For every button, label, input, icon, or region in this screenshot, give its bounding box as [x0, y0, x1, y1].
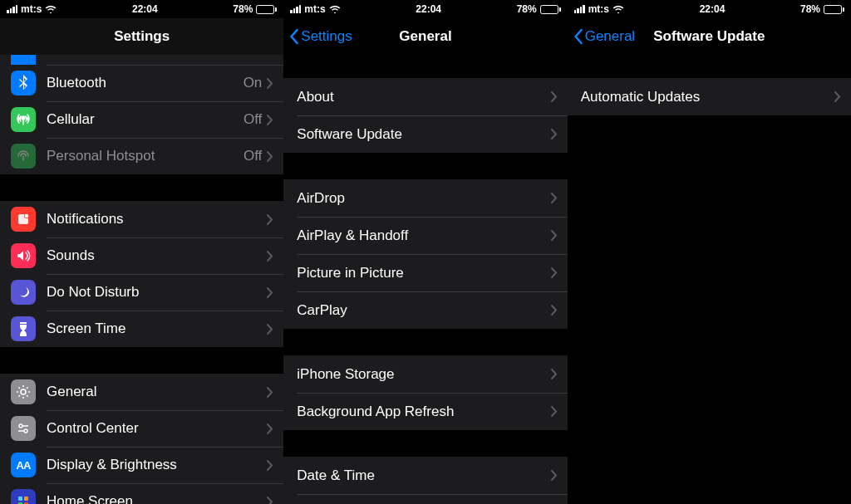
sounds-icon	[11, 243, 36, 268]
chevron-right-icon	[267, 287, 273, 298]
chevron-right-icon	[267, 497, 273, 505]
row-label: Background App Refresh	[297, 404, 550, 420]
row-label: Personal Hotspot	[47, 148, 243, 164]
battery-icon	[540, 5, 561, 14]
row-label: About	[297, 89, 550, 105]
settings-row-screentime[interactable]: Screen Time	[0, 311, 283, 347]
general-row-airdrop[interactable]: AirDrop	[283, 179, 567, 217]
chevron-right-icon	[551, 193, 558, 203]
back-button[interactable]: General	[568, 28, 635, 45]
row-label: Picture in Picture	[297, 265, 550, 281]
battery-pct: 78%	[233, 3, 253, 15]
page-title: Settings	[0, 28, 283, 45]
general-row-storage[interactable]: iPhone Storage	[283, 355, 567, 393]
general-row-software-update[interactable]: Software Update	[283, 115, 567, 153]
chevron-left-icon	[288, 28, 299, 45]
settings-row-homescreen[interactable]: Home Screen	[0, 483, 283, 504]
nav-bar: General Software Update	[568, 18, 851, 55]
chevron-right-icon	[551, 470, 558, 481]
general-row-bgrefresh[interactable]: Background App Refresh	[283, 393, 567, 430]
general-row-keyboard[interactable]: Keyboard	[283, 494, 567, 504]
clock: 22:04	[700, 3, 726, 15]
general-row-airplay[interactable]: AirPlay & Handoff	[283, 217, 567, 254]
carrier-label: mt:s	[21, 3, 42, 15]
row-label: Software Update	[297, 126, 550, 143]
row-label: iPhone Storage	[297, 366, 550, 383]
chevron-right-icon	[267, 324, 273, 335]
settings-row-controlcenter[interactable]: Control Center	[0, 410, 283, 447]
status-bar: mt:s 22:04 78%	[568, 0, 851, 18]
status-bar: mt:s 22:04 78%	[0, 0, 283, 18]
row-label: Do Not Disturb	[47, 284, 267, 301]
general-row-datetime[interactable]: Date & Time	[283, 457, 567, 494]
controlcenter-icon	[11, 416, 36, 441]
homescreen-icon	[11, 489, 36, 504]
battery-icon	[824, 5, 844, 14]
screen-software-update: mt:s 22:04 78% General Software Update A…	[568, 0, 851, 504]
settings-row-hotspot[interactable]: Personal Hotspot Off	[0, 138, 283, 174]
general-row-carplay[interactable]: CarPlay	[283, 291, 567, 329]
row-label: Automatic Updates	[581, 89, 834, 105]
settings-row-bluetooth[interactable]: Bluetooth On	[0, 65, 283, 101]
chevron-right-icon	[267, 251, 273, 262]
chevron-right-icon	[267, 115, 273, 125]
row-value: Off	[243, 148, 262, 164]
clock: 22:04	[132, 3, 158, 15]
screen-general: mt:s 22:04 78% Settings General About So…	[283, 0, 567, 504]
general-row-about[interactable]: About	[283, 78, 567, 115]
chevron-right-icon	[267, 151, 273, 162]
svg-point-4	[19, 424, 22, 428]
chevron-right-icon	[551, 129, 558, 139]
settings-list[interactable]: Bluetooth On Cellular Off Personal Hotsp…	[0, 55, 283, 504]
back-button[interactable]: Settings	[283, 28, 352, 45]
chevron-right-icon	[267, 460, 273, 471]
settings-row-general[interactable]: General	[0, 374, 283, 410]
carrier-label: mt:s	[304, 3, 325, 15]
chevron-right-icon	[267, 423, 273, 434]
bluetooth-icon	[11, 71, 36, 95]
row-value: On	[243, 75, 263, 91]
signal-icon	[7, 5, 17, 13]
wifi-icon	[329, 5, 341, 13]
app-icon	[11, 55, 36, 65]
row-label: Control Center	[47, 420, 267, 437]
nav-bar: Settings General	[283, 18, 567, 55]
row-value: Off	[243, 111, 262, 128]
update-list[interactable]: Automatic Updates	[568, 55, 851, 504]
svg-rect-7	[24, 497, 28, 501]
nav-bar: Settings	[0, 18, 283, 55]
general-list[interactable]: About Software Update AirDrop AirPlay & …	[283, 55, 567, 504]
svg-point-5	[24, 429, 27, 433]
settings-row-cellular[interactable]: Cellular Off	[0, 101, 283, 138]
row-label: AirDrop	[297, 190, 550, 207]
carrier-label: mt:s	[588, 3, 609, 15]
row-label: Date & Time	[297, 467, 550, 484]
signal-icon	[574, 5, 585, 13]
svg-point-3	[21, 389, 26, 394]
row-label: Bluetooth	[47, 75, 243, 91]
gear-icon	[11, 379, 36, 404]
battery-icon	[256, 5, 277, 14]
row-label: General	[47, 384, 267, 400]
chevron-right-icon	[551, 267, 558, 278]
general-row-pip[interactable]: Picture in Picture	[283, 254, 567, 291]
chevron-right-icon	[267, 78, 273, 89]
settings-row-sounds[interactable]: Sounds	[0, 237, 283, 274]
row-label: AirPlay & Handoff	[297, 228, 550, 244]
row-label: CarPlay	[297, 302, 550, 319]
chevron-right-icon	[551, 369, 558, 379]
display-icon: AA	[11, 453, 36, 477]
notifications-icon	[11, 207, 36, 232]
chevron-right-icon	[551, 305, 558, 316]
settings-row-dnd[interactable]: Do Not Disturb	[0, 274, 283, 311]
settings-row-display[interactable]: AA Display & Brightness	[0, 447, 283, 483]
row-label: Screen Time	[47, 321, 267, 337]
screentime-icon	[11, 316, 36, 341]
wifi-icon	[612, 5, 624, 13]
signal-icon	[290, 5, 301, 13]
update-row-automatic[interactable]: Automatic Updates	[568, 78, 851, 115]
settings-row-prev[interactable]	[0, 55, 283, 65]
chevron-left-icon	[573, 28, 583, 45]
settings-row-notifications[interactable]: Notifications	[0, 201, 283, 237]
battery-pct: 78%	[517, 3, 537, 15]
